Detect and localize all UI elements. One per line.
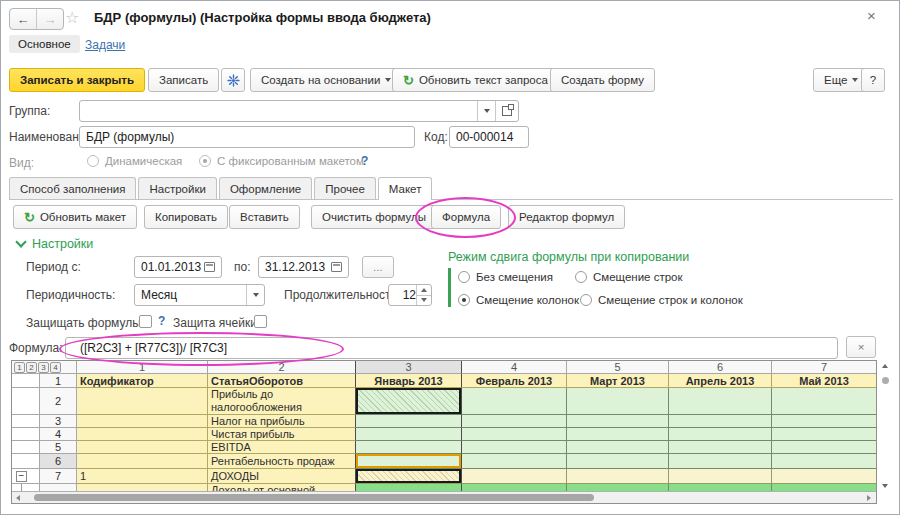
scroll-left-icon[interactable] (16, 495, 20, 501)
settings-section-toggle[interactable]: Настройки (17, 237, 93, 251)
grid-cell[interactable] (772, 388, 876, 415)
period-to-input[interactable]: 31.12.2013 (258, 256, 349, 278)
column-header-1[interactable]: 1 (77, 361, 208, 374)
radio-no-shift[interactable]: Без смещения (458, 271, 553, 283)
grid-cell[interactable] (462, 388, 567, 415)
row-header-6[interactable]: 6 (40, 454, 77, 469)
group-level-button-1[interactable]: 1 (14, 362, 25, 373)
kind-help-icon[interactable]: ? (361, 154, 368, 168)
calendar-icon[interactable] (204, 262, 215, 272)
scroll-right-icon[interactable] (867, 495, 871, 501)
grid-cell[interactable] (567, 469, 669, 484)
formula-cell-r2c3[interactable] (356, 388, 462, 415)
grid-cell[interactable]: Апрель 2013 (669, 374, 772, 388)
save-close-button[interactable]: Записать и закрыть (9, 68, 145, 92)
protect-formulas-help-icon[interactable]: ? (158, 314, 165, 328)
grid-cell[interactable] (462, 428, 567, 441)
close-icon[interactable]: × (867, 7, 876, 24)
grid-cell[interactable] (772, 469, 876, 484)
row-header-7[interactable]: 7 (40, 469, 77, 484)
tab-other[interactable]: Прочее (314, 177, 376, 199)
help-button[interactable]: ? (861, 68, 885, 92)
nav-tab-main[interactable]: Основное (9, 35, 80, 53)
forward-button[interactable]: → (36, 9, 63, 29)
duration-spinner[interactable] (416, 285, 431, 305)
column-header-4[interactable]: 4 (462, 361, 567, 374)
grid-cell[interactable] (77, 454, 208, 469)
grid-cell[interactable] (669, 388, 772, 415)
create-form-button[interactable]: Создать форму (550, 68, 655, 92)
nav-link-tasks[interactable]: Задачи (85, 38, 125, 52)
grid-cell[interactable]: EBITDA (208, 441, 356, 454)
group-level-button-2[interactable]: 2 (26, 362, 37, 373)
grid-cell[interactable]: Февраль 2013 (462, 374, 567, 388)
column-header-7[interactable]: 7 (772, 361, 876, 374)
scroll-up-icon[interactable] (882, 364, 888, 368)
grid-cell[interactable] (567, 388, 669, 415)
grid-cell[interactable] (669, 441, 772, 454)
grid-cell[interactable] (772, 454, 876, 469)
grid-cell[interactable] (462, 454, 567, 469)
grid-cell[interactable]: Май 2013 (772, 374, 876, 388)
grid-cell[interactable]: Март 2013 (567, 374, 669, 388)
row-header-2[interactable]: 2 (40, 388, 77, 415)
grid-cell[interactable] (462, 469, 567, 484)
grid-cell[interactable]: СтатьяОборотов (208, 374, 356, 388)
group-dropdown-button[interactable] (477, 101, 495, 121)
grid-cell[interactable] (669, 415, 772, 428)
grid-cell[interactable] (772, 441, 876, 454)
grid-cell[interactable]: Рентабельность продаж (208, 454, 356, 469)
duration-input[interactable]: 12 (388, 284, 432, 306)
periodicity-dropdown-button[interactable] (246, 285, 264, 305)
grid-cell[interactable] (567, 454, 669, 469)
grid-cell[interactable] (772, 428, 876, 441)
grid-cell[interactable] (77, 428, 208, 441)
back-button[interactable]: ← (10, 9, 36, 29)
grid-cell[interactable]: 1 (77, 469, 208, 484)
protect-cell-checkbox[interactable] (254, 315, 267, 328)
radio-shift-rows-columns[interactable]: Смещение строк и колонок (580, 294, 743, 306)
save-button[interactable]: Записать (148, 68, 219, 92)
create-based-button[interactable]: Создать на основании (250, 68, 402, 92)
calendar-icon[interactable] (331, 262, 342, 272)
refresh-query-button[interactable]: ↻ Обновить текст запроса (392, 68, 559, 92)
vertical-scrollbar-thumb[interactable] (882, 377, 889, 384)
period-from-input[interactable]: 01.01.2013 (134, 256, 222, 278)
column-header-3[interactable]: 3 (356, 361, 462, 374)
grid-cell[interactable] (567, 441, 669, 454)
favorite-star-icon[interactable]: ☆ (65, 8, 79, 27)
protect-formulas-checkbox[interactable] (139, 315, 152, 328)
active-cell-r6c3[interactable] (356, 454, 462, 469)
grid-cell[interactable] (77, 441, 208, 454)
row-header-3[interactable]: 3 (40, 415, 77, 428)
grid-cell[interactable] (356, 415, 462, 428)
row-header-5[interactable]: 5 (40, 441, 77, 454)
periodicity-combo[interactable]: Месяц (134, 284, 265, 306)
tab-layout[interactable]: Макет (378, 177, 433, 200)
grid-cell[interactable]: Январь 2013 (356, 374, 462, 388)
radio-shift-columns[interactable]: Смещение колонок (458, 294, 579, 306)
tab-settings[interactable]: Настройки (138, 177, 216, 199)
grid-cell[interactable] (669, 428, 772, 441)
grid-cell[interactable] (462, 415, 567, 428)
formula-editor-button[interactable]: Редактор формул (508, 205, 625, 229)
grid-cell[interactable] (356, 441, 462, 454)
column-header-5[interactable]: 5 (567, 361, 669, 374)
formula-button[interactable]: Формула (431, 205, 501, 229)
tab-appearance[interactable]: Оформление (219, 177, 312, 199)
grid-cell[interactable] (77, 415, 208, 428)
radio-shift-rows[interactable]: Смещение строк (575, 271, 683, 283)
tab-fill-method[interactable]: Способ заполнения (9, 177, 136, 199)
group-collapse-button[interactable]: − (16, 471, 27, 482)
grid-cell[interactable] (77, 388, 208, 415)
grid-cell[interactable]: Кодификатор (77, 374, 208, 388)
row-header-1[interactable]: 1 (40, 374, 77, 388)
grid-cell[interactable] (669, 469, 772, 484)
magic-wand-button[interactable] (221, 68, 245, 92)
refresh-layout-button[interactable]: ↻ Обновить макет (13, 205, 137, 229)
group-level-button-3[interactable]: 3 (38, 362, 49, 373)
grid-cell[interactable]: Прибыль до налогообложения (208, 388, 356, 415)
grid-cell[interactable] (567, 415, 669, 428)
grid-cell[interactable]: ДОХОДЫ (208, 469, 356, 484)
formula-input[interactable]: ([R2C3] + [R77C3])/ [R7C3] (65, 337, 838, 359)
